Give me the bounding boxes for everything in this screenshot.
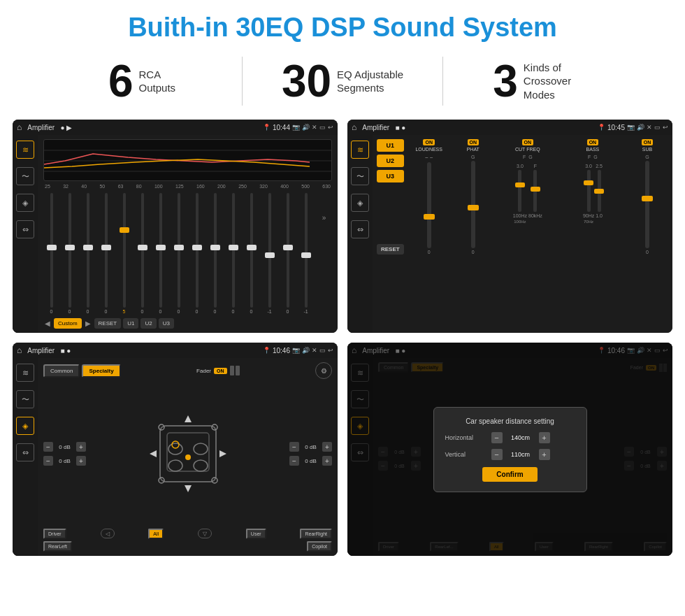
crossover-side-icon-wave[interactable]: 〜 [351, 167, 369, 185]
eq-slider-13[interactable]: -1 [261, 193, 277, 314]
fader-car-svg [146, 408, 230, 499]
eq-slider-3[interactable]: 0 [80, 193, 96, 314]
eq-next-btn[interactable]: ▶ [84, 318, 92, 329]
crossover-u2-btn[interactable]: U2 [377, 155, 404, 167]
eq-bottom-bar: ◀ Custom ▶ RESET U1 U2 U3 [43, 318, 332, 329]
svg-point-6 [194, 443, 208, 454]
eq-time: 10:44 [273, 124, 290, 131]
fader-status-bar: ⌂ Amplifier ■ ● 📍 10:46 📷 🔊 ✕ ▭ ↩ [13, 343, 338, 358]
fader-specialty-tab[interactable]: Specialty [82, 364, 120, 378]
crossover-reset-btn[interactable]: RESET [377, 244, 404, 255]
crossover-time: 10:45 [607, 124, 625, 131]
fader-all-btn[interactable]: All [148, 529, 164, 539]
eq-status-icons: 📍 10:44 📷 🔊 ✕ ▭ ↩ [263, 124, 333, 131]
eq-slider-more[interactable]: » [316, 193, 332, 314]
eq-slider-12[interactable]: 0 [243, 193, 259, 314]
fader-left-arrow[interactable]: ◁ [101, 529, 115, 538]
fader-volume-icon: 🔊 [302, 347, 310, 354]
eq-u2-btn[interactable]: U2 [140, 318, 156, 329]
eq-window-icon: ▭ [319, 124, 326, 131]
fader-close-icon: ✕ [312, 347, 317, 354]
fader-side-icon-speaker[interactable]: ◈ [16, 417, 34, 435]
fader-home-icon[interactable]: ⌂ [17, 345, 22, 355]
eq-slider-4[interactable]: 0 [98, 193, 114, 314]
fader-db1-plus[interactable]: + [76, 442, 86, 452]
svg-rect-4 [167, 433, 209, 471]
eq-slider-9[interactable]: 0 [189, 193, 205, 314]
distance-vertical-plus[interactable]: + [539, 449, 550, 460]
fader-side-icon-wave[interactable]: 〜 [16, 390, 34, 408]
eq-side-icon-wave[interactable]: 〜 [16, 167, 34, 185]
fader-common-tab[interactable]: Common [43, 364, 80, 378]
eq-main-area: 25 32 40 50 63 80 100 125 160 200 250 32… [38, 135, 338, 333]
fader-down-arrow[interactable]: ▽ [198, 529, 212, 538]
eq-u1-btn[interactable]: U1 [123, 318, 138, 329]
fader-rearleft-btn[interactable]: RearLeft [43, 541, 72, 552]
distance-horizontal-plus[interactable]: + [539, 432, 550, 443]
distance-confirm-button[interactable]: Confirm [482, 467, 537, 482]
svg-marker-13 [150, 450, 157, 457]
svg-point-8 [194, 460, 208, 471]
eq-side-icon-arrows[interactable]: ⇔ [16, 220, 34, 238]
crossover-u3-btn[interactable]: U3 [377, 170, 404, 182]
fader-copilot-btn[interactable]: Copilot [307, 541, 332, 552]
fader-db4-minus[interactable]: − [289, 456, 299, 466]
distance-horizontal-row: Horizontal − 140cm + [445, 432, 575, 443]
eq-freq-80: 80 [136, 184, 142, 189]
fader-db3-value: 0 dB [302, 444, 319, 450]
distance-horizontal-minus[interactable]: − [491, 432, 503, 443]
eq-home-icon[interactable]: ⌂ [17, 122, 22, 132]
crossover-screen-content: ≋ 〜 ◈ ⇔ U1 U2 U3 RESET [347, 135, 672, 333]
fader-settings-icon[interactable]: ⚙ [315, 362, 332, 379]
stat-eq-number: 30 [282, 59, 331, 103]
distance-vertical-minus[interactable]: − [491, 449, 503, 460]
fader-db3-minus[interactable]: − [289, 442, 299, 452]
fader-db4-plus[interactable]: + [322, 456, 332, 466]
fader-db1-minus[interactable]: − [43, 442, 53, 452]
eq-screen-content: ≋ 〜 ◈ ⇔ [13, 135, 338, 333]
eq-slider-10[interactable]: 0 [207, 193, 223, 314]
fader-db3-plus[interactable]: + [322, 442, 332, 452]
screen-distance: ⌂ Amplifier ■ ● 📍 10:46 📷 🔊 ✕ ▭ ↩ ≋ 〜 ◈ … [347, 343, 672, 556]
page-title: Buith-in 30EQ DSP Sound System [0, 0, 685, 50]
crossover-side-icon-arrows[interactable]: ⇔ [351, 220, 369, 238]
fader-side-icon-eq[interactable]: ≋ [16, 364, 34, 382]
fader-db2-plus[interactable]: + [76, 456, 86, 466]
eq-slider-7[interactable]: 0 [152, 193, 168, 314]
eq-freq-400: 400 [280, 184, 289, 189]
eq-custom-btn[interactable]: Custom [54, 318, 82, 329]
eq-reset-btn[interactable]: RESET [94, 318, 122, 329]
eq-slider-11[interactable]: 0 [225, 193, 241, 314]
crossover-home-icon[interactable]: ⌂ [352, 122, 356, 132]
eq-graph [43, 139, 332, 181]
eq-prev-btn[interactable]: ◀ [43, 318, 52, 329]
fader-side-icon-arrows[interactable]: ⇔ [16, 443, 34, 461]
crossover-side-icon-speaker[interactable]: ◈ [351, 194, 369, 212]
fader-rearright-btn[interactable]: RearRight [300, 529, 332, 539]
fader-db2-value: 0 dB [56, 458, 73, 464]
crossover-status-icons: 📍 10:45 📷 🔊 ✕ ▭ ↩ [598, 124, 668, 131]
eq-slider-5[interactable]: 5 [116, 193, 132, 314]
eq-slider-6[interactable]: 0 [134, 193, 150, 314]
crossover-status-bar: ⌂ Amplifier ■ ● 📍 10:45 📷 🔊 ✕ ▭ ↩ [347, 120, 672, 135]
eq-u3-btn[interactable]: U3 [159, 318, 174, 329]
fader-status-icons: 📍 10:46 📷 🔊 ✕ ▭ ↩ [263, 347, 333, 354]
crossover-side-icon-eq[interactable]: ≋ [351, 141, 369, 159]
fader-db2-minus[interactable]: − [43, 456, 53, 466]
stat-crossover-label: Kinds ofCrossover Modes [524, 61, 593, 102]
eq-slider-2[interactable]: 0 [62, 193, 78, 314]
eq-slider-8[interactable]: 0 [171, 193, 187, 314]
eq-slider-14[interactable]: 0 [280, 193, 296, 314]
eq-side-icon-eq[interactable]: ≋ [16, 141, 34, 159]
fader-driver-btn[interactable]: Driver [43, 529, 66, 539]
svg-marker-14 [219, 450, 226, 457]
crossover-location-icon: 📍 [598, 124, 605, 131]
fader-user-btn[interactable]: User [246, 529, 266, 539]
fader-back-icon: ↩ [328, 347, 333, 354]
eq-slider-15[interactable]: -1 [298, 193, 314, 314]
stat-crossover: 3 Kinds ofCrossover Modes [443, 59, 643, 103]
eq-sliders: 0 0 0 0 5 [43, 192, 332, 315]
crossover-u1-btn[interactable]: U1 [377, 139, 404, 152]
eq-side-icon-speaker[interactable]: ◈ [16, 194, 34, 212]
eq-slider-1[interactable]: 0 [43, 193, 59, 314]
